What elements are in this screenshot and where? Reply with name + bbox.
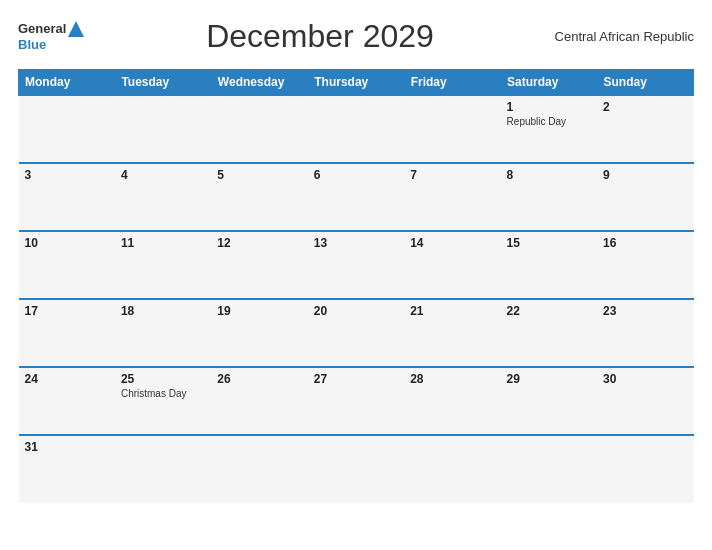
calendar-cell: 29 <box>501 367 597 435</box>
calendar-table: Monday Tuesday Wednesday Thursday Friday… <box>18 69 694 503</box>
header-monday: Monday <box>19 70 115 96</box>
day-number: 20 <box>314 304 398 318</box>
calendar-cell: 2 <box>597 95 693 163</box>
day-number: 2 <box>603 100 687 114</box>
calendar-cell <box>308 95 404 163</box>
day-number: 17 <box>25 304 109 318</box>
day-number: 28 <box>410 372 494 386</box>
holiday-label: Republic Day <box>507 116 591 127</box>
logo: General Blue <box>18 20 85 52</box>
calendar-cell: 28 <box>404 367 500 435</box>
day-number: 19 <box>217 304 301 318</box>
calendar-cell: 24 <box>19 367 115 435</box>
calendar-cell <box>211 95 307 163</box>
day-number: 4 <box>121 168 205 182</box>
calendar-week-row: 2425Christmas Day2627282930 <box>19 367 694 435</box>
country-name: Central African Republic <box>555 29 694 44</box>
calendar-week-row: 10111213141516 <box>19 231 694 299</box>
day-number: 27 <box>314 372 398 386</box>
day-number: 9 <box>603 168 687 182</box>
calendar-cell: 19 <box>211 299 307 367</box>
header-friday: Friday <box>404 70 500 96</box>
day-number: 31 <box>25 440 109 454</box>
day-number: 24 <box>25 372 109 386</box>
calendar-cell: 14 <box>404 231 500 299</box>
calendar-cell: 21 <box>404 299 500 367</box>
calendar-cell <box>308 435 404 503</box>
calendar-cell: 6 <box>308 163 404 231</box>
day-number: 12 <box>217 236 301 250</box>
calendar-cell: 27 <box>308 367 404 435</box>
calendar-cell <box>115 435 211 503</box>
header-wednesday: Wednesday <box>211 70 307 96</box>
calendar-page: General Blue December 2029 Central Afric… <box>0 0 712 550</box>
day-number: 29 <box>507 372 591 386</box>
logo-blue-text: Blue <box>18 38 85 52</box>
calendar-cell: 16 <box>597 231 693 299</box>
calendar-cell <box>404 95 500 163</box>
calendar-cell: 11 <box>115 231 211 299</box>
calendar-cell <box>19 95 115 163</box>
calendar-cell: 5 <box>211 163 307 231</box>
day-number: 3 <box>25 168 109 182</box>
day-number: 15 <box>507 236 591 250</box>
calendar-cell: 26 <box>211 367 307 435</box>
header-thursday: Thursday <box>308 70 404 96</box>
logo-general-text: General <box>18 22 66 36</box>
calendar-cell: 10 <box>19 231 115 299</box>
holiday-label: Christmas Day <box>121 388 205 399</box>
calendar-cell: 4 <box>115 163 211 231</box>
calendar-cell: 25Christmas Day <box>115 367 211 435</box>
calendar-cell <box>501 435 597 503</box>
day-number: 14 <box>410 236 494 250</box>
day-number: 26 <box>217 372 301 386</box>
day-number: 7 <box>410 168 494 182</box>
calendar-cell <box>597 435 693 503</box>
calendar-cell: 8 <box>501 163 597 231</box>
calendar-cell: 22 <box>501 299 597 367</box>
day-number: 16 <box>603 236 687 250</box>
calendar-cell: 7 <box>404 163 500 231</box>
calendar-cell: 9 <box>597 163 693 231</box>
calendar-cell: 31 <box>19 435 115 503</box>
calendar-cell: 17 <box>19 299 115 367</box>
weekday-header-row: Monday Tuesday Wednesday Thursday Friday… <box>19 70 694 96</box>
calendar-cell: 18 <box>115 299 211 367</box>
day-number: 21 <box>410 304 494 318</box>
calendar-cell: 20 <box>308 299 404 367</box>
logo-triangle-icon <box>67 20 85 38</box>
calendar-cell: 15 <box>501 231 597 299</box>
day-number: 8 <box>507 168 591 182</box>
header-tuesday: Tuesday <box>115 70 211 96</box>
calendar-week-row: 3456789 <box>19 163 694 231</box>
calendar-week-row: 1Republic Day2 <box>19 95 694 163</box>
day-number: 1 <box>507 100 591 114</box>
day-number: 22 <box>507 304 591 318</box>
day-number: 10 <box>25 236 109 250</box>
calendar-week-row: 17181920212223 <box>19 299 694 367</box>
day-number: 11 <box>121 236 205 250</box>
calendar-cell <box>211 435 307 503</box>
day-number: 13 <box>314 236 398 250</box>
header-sunday: Sunday <box>597 70 693 96</box>
calendar-cell: 23 <box>597 299 693 367</box>
day-number: 23 <box>603 304 687 318</box>
header-saturday: Saturday <box>501 70 597 96</box>
day-number: 18 <box>121 304 205 318</box>
svg-marker-0 <box>68 21 84 37</box>
calendar-week-row: 31 <box>19 435 694 503</box>
day-number: 30 <box>603 372 687 386</box>
calendar-cell: 3 <box>19 163 115 231</box>
month-title: December 2029 <box>85 18 554 55</box>
calendar-cell: 1Republic Day <box>501 95 597 163</box>
calendar-cell: 12 <box>211 231 307 299</box>
day-number: 6 <box>314 168 398 182</box>
header: General Blue December 2029 Central Afric… <box>18 18 694 55</box>
calendar-cell <box>115 95 211 163</box>
calendar-cell <box>404 435 500 503</box>
calendar-cell: 30 <box>597 367 693 435</box>
calendar-cell: 13 <box>308 231 404 299</box>
day-number: 5 <box>217 168 301 182</box>
day-number: 25 <box>121 372 205 386</box>
